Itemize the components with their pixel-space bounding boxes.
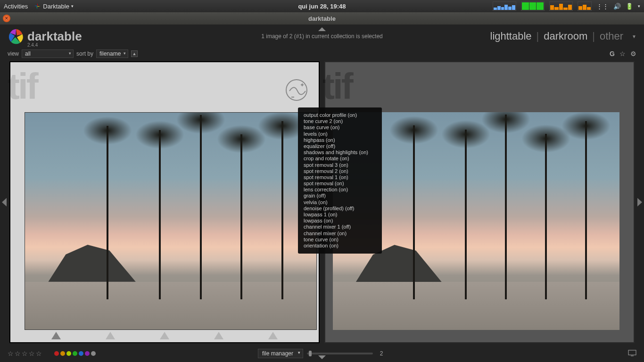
layout-mode-select[interactable]: file manager (258, 349, 303, 358)
selection-status: 1 image of 2 (#1) in current collection … (261, 33, 382, 40)
expand-left-panel-icon[interactable] (0, 59, 8, 345)
volume-icon[interactable]: 🔊 (613, 3, 621, 10)
history-entry: shadows and highlights (on) (304, 149, 376, 156)
star-5-icon[interactable]: ☆ (36, 350, 42, 357)
history-entry: lowpass (on) (304, 218, 376, 224)
star-2-icon[interactable]: ☆ (15, 350, 21, 357)
display-profile-icon[interactable] (628, 350, 636, 358)
system-menu-chevron-icon[interactable]: ▾ (638, 4, 640, 8)
mode-other[interactable]: other (600, 30, 623, 42)
gnome-topbar: Activities Darktable ▾ qui jun 28, 19:48… (0, 0, 644, 12)
color-label-dot[interactable] (66, 351, 71, 356)
history-entry: tone curve (on) (304, 237, 376, 243)
clock[interactable]: qui jun 28, 19:48 (298, 3, 346, 10)
history-entry: output color profile (on) (304, 112, 376, 118)
svg-marker-10 (318, 355, 326, 359)
filetype-watermark: tif (322, 65, 352, 108)
history-entry: velvia (on) (304, 199, 376, 206)
zoom-value: 2 (377, 350, 386, 357)
color-labels (54, 351, 96, 356)
history-entry: levels (on) (304, 131, 376, 137)
app-version: 2.4.4 (27, 42, 38, 48)
wifi-icon[interactable]: ⋮⋮ (596, 3, 609, 10)
history-entry: lens correction (on) (304, 187, 376, 193)
app-name: darktable (27, 29, 82, 44)
view-label: view (8, 50, 19, 57)
filter-bar: view all sort by filename ▲ G ☆ ⚙ (0, 48, 644, 59)
thumbnail-markers (10, 332, 319, 341)
grouping-toggle[interactable]: G (610, 50, 615, 58)
mode-other-chevron-icon[interactable]: ▼ (632, 34, 636, 39)
history-entry: denoise (profiled) (off) (304, 206, 376, 212)
color-label-dot[interactable] (54, 351, 59, 356)
overlays-toggle-icon[interactable]: ☆ (619, 50, 626, 58)
sort-label: sort by (76, 50, 93, 57)
star-1-icon[interactable]: ☆ (8, 350, 14, 357)
history-entry: highpass (on) (304, 137, 376, 143)
filetype-watermark: tif (8, 65, 37, 108)
history-entry: orientation (on) (304, 243, 376, 249)
svg-marker-3 (2, 198, 7, 206)
history-stack-tooltip: output color profile (on)tone curve 2 (o… (298, 107, 382, 254)
color-label-dot[interactable] (73, 351, 77, 356)
history-entry: equalizer (off) (304, 143, 376, 149)
svg-rect-8 (628, 350, 636, 355)
activities-button[interactable]: Activities (4, 3, 28, 10)
app-menu[interactable]: Darktable ▾ (33, 2, 74, 10)
system-graph-1 (493, 1, 516, 11)
sort-select[interactable]: filename (96, 49, 128, 58)
expand-right-panel-icon[interactable] (636, 59, 644, 345)
history-entry: channel mixer 1 (off) (304, 224, 376, 230)
window-titlebar: ✕ darktable (0, 12, 644, 25)
history-entry: base curve (on) (304, 124, 376, 131)
svg-marker-7 (637, 198, 642, 206)
color-label-dot[interactable] (91, 351, 96, 356)
history-entry: lowpass 1 (on) (304, 212, 376, 218)
preferences-button[interactable]: ⚙ (630, 50, 636, 58)
system-graph-4 (578, 1, 592, 11)
thumbnail-image (25, 112, 317, 330)
history-entry: channel mixer (on) (304, 230, 376, 237)
darktable-icon (33, 2, 41, 10)
mode-lighttable[interactable]: lighttable (490, 30, 532, 42)
history-entry: spot removal 2 (on) (304, 168, 376, 174)
history-entry: spot removal 3 (on) (304, 162, 376, 168)
history-entry: spot removal (on) (304, 181, 376, 187)
darktable-logo-icon (8, 28, 25, 45)
history-entry: spot removal 1 (on) (304, 174, 376, 181)
zoom-slider[interactable] (307, 353, 373, 354)
history-entry: grain (off) (304, 193, 376, 199)
star-4-icon[interactable]: ☆ (29, 350, 35, 357)
window-close-button[interactable]: ✕ (3, 15, 10, 22)
system-graph-2 (521, 1, 545, 11)
window-title: darktable (308, 15, 336, 22)
thumbnail-1[interactable]: tif (9, 61, 320, 343)
star-rating[interactable]: ☆ ☆ ☆ ☆ ☆ (8, 350, 42, 357)
collapse-bottom-panel-icon[interactable] (318, 354, 326, 362)
color-label-dot[interactable] (85, 351, 90, 356)
app-header: darktable 2.4.4 1 image of 2 (#1) in cur… (0, 25, 644, 48)
color-label-dot[interactable] (60, 351, 65, 356)
color-label-dot[interactable] (79, 351, 83, 356)
system-graph-3 (549, 1, 573, 11)
history-entry: tone curve 2 (on) (304, 118, 376, 124)
altered-icon (286, 79, 307, 101)
star-3-icon[interactable]: ☆ (22, 350, 28, 357)
view-select[interactable]: all (22, 49, 74, 58)
battery-icon[interactable]: 🔋 (626, 3, 633, 10)
history-entry: crop and rotate (on) (304, 156, 376, 162)
sort-direction-button[interactable]: ▲ (131, 50, 138, 57)
mode-darkroom[interactable]: darkroom (544, 30, 587, 42)
